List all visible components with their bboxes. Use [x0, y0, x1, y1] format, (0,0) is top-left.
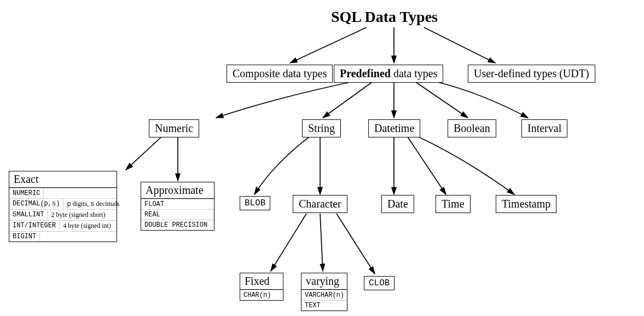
svg-line-3: [323, 82, 372, 118]
svg-line-12: [320, 214, 323, 271]
exact-type: SMALLINT: [9, 210, 48, 220]
varying-type: TEXT: [301, 301, 324, 311]
node-time: Time: [436, 195, 471, 213]
node-timestamp: Timestamp: [496, 195, 556, 213]
exact-type: NUMERIC: [9, 188, 43, 198]
node-predefined-rest: data types: [391, 67, 438, 79]
exact-desc: 4 byte (signed int): [59, 221, 117, 231]
exact-desc: [39, 232, 117, 242]
exact-type: DECIMAL(p,s): [9, 199, 63, 209]
node-composite: Composite data types: [227, 65, 333, 83]
node-blob: BLOB: [240, 196, 270, 210]
node-boolean: Boolean: [448, 119, 496, 137]
table-varying: varying VARCHAR(n) TEXT: [301, 273, 347, 311]
exact-type: BIGINT: [9, 232, 39, 242]
node-date: Date: [381, 195, 414, 213]
node-interval: Interval: [521, 119, 567, 137]
node-clob: CLOB: [364, 276, 394, 290]
exact-desc: 2 byte (signed short): [48, 210, 117, 220]
table-exact-header: Exact: [9, 171, 117, 188]
exact-desc: [43, 188, 117, 198]
approx-type: REAL: [141, 210, 164, 220]
diagram-edges: [0, 0, 644, 316]
table-approximate-header: Approximate: [141, 182, 214, 199]
approx-type: FLOAT: [141, 199, 167, 209]
exact-desc: p digits, s decimals: [63, 199, 123, 209]
svg-line-11: [271, 214, 306, 271]
table-approximate: Approximate FLOAT REAL DOUBLE PRECISION: [141, 182, 214, 231]
table-fixed-header: Fixed: [240, 273, 283, 290]
varying-type: VARCHAR(n): [301, 290, 347, 300]
svg-line-6: [126, 137, 161, 170]
approx-type: DOUBLE PRECISION: [141, 220, 211, 230]
node-datetime: Datetime: [368, 119, 420, 137]
table-exact: Exact NUMERIC DECIMAL(p,s)p digits, s de…: [9, 171, 117, 242]
exact-type: INT/INTEGER: [9, 221, 59, 231]
node-predefined-bold: Predefined: [340, 67, 391, 79]
node-numeric: Numeric: [149, 119, 199, 137]
node-string: String: [302, 119, 341, 137]
fixed-type: CHAR(n): [240, 290, 274, 300]
table-varying-header: varying: [301, 273, 347, 290]
svg-line-0: [290, 27, 367, 63]
diagram-title: SQL Data Types: [331, 8, 438, 26]
svg-line-13: [336, 214, 375, 274]
node-predefined: Predefined data types: [334, 65, 443, 83]
table-fixed: Fixed CHAR(n): [240, 273, 283, 301]
svg-line-10: [408, 137, 446, 194]
svg-line-5: [416, 82, 468, 118]
node-character: Character: [293, 195, 347, 213]
svg-line-2: [424, 27, 495, 63]
node-udt: User-defined types (UDT): [468, 65, 595, 83]
